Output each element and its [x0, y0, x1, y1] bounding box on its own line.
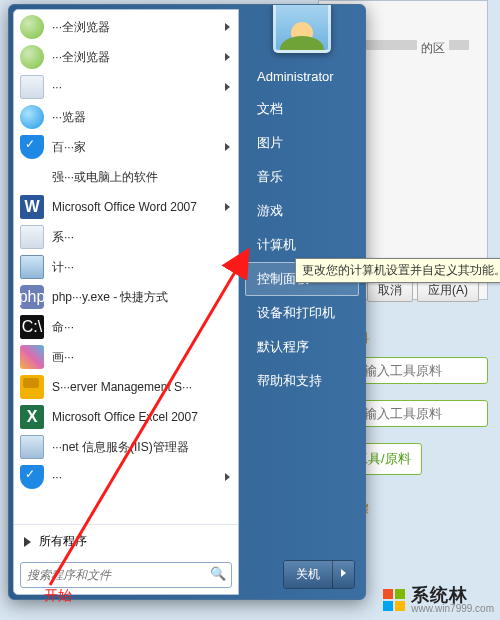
- program-label: ···全浏览器: [52, 49, 217, 66]
- program-item[interactable]: ···: [14, 462, 238, 492]
- right-panel-links: Administrator文档图片音乐游戏计算机控制面板设备和打印机默认程序帮助…: [239, 55, 365, 404]
- right-panel-item[interactable]: 帮助和支持: [245, 364, 359, 398]
- program-item[interactable]: 计···: [14, 252, 238, 282]
- program-item[interactable]: ···net 信息服务(IIS)管理器: [14, 432, 238, 462]
- all-programs-label: 所有程序: [39, 533, 87, 550]
- program-list: ···全浏览器···全浏览器······览器百···家强···或电脑上的软件WM…: [14, 10, 238, 524]
- green-icon: [20, 165, 44, 189]
- program-label: 百···家: [52, 139, 217, 156]
- excel-icon: X: [20, 405, 44, 429]
- right-panel-item[interactable]: 默认程序: [245, 330, 359, 364]
- program-label: Microsoft Office Word 2007: [52, 200, 217, 214]
- search-icon: 🔍: [210, 566, 226, 581]
- program-label: ···览器: [52, 109, 230, 126]
- shutdown-options-button[interactable]: [332, 561, 354, 588]
- right-panel-item[interactable]: Administrator: [245, 61, 359, 92]
- search-box: 🔍: [20, 562, 232, 588]
- chevron-right-icon: [225, 473, 230, 481]
- program-item[interactable]: ···览器: [14, 102, 238, 132]
- right-panel-item[interactable]: 音乐: [245, 160, 359, 194]
- ie-icon: [20, 45, 44, 69]
- bg-text-area: 的区: [421, 40, 445, 57]
- program-item[interactable]: ···全浏览器: [14, 42, 238, 72]
- generic-icon: [20, 75, 44, 99]
- calc-icon: [20, 255, 44, 279]
- windows-logo-icon: [383, 589, 405, 611]
- watermark-url: www.win7999.com: [411, 604, 494, 614]
- program-label: Microsoft Office Excel 2007: [52, 410, 230, 424]
- iis-icon: [20, 435, 44, 459]
- generic-icon: [20, 225, 44, 249]
- chevron-right-icon: [225, 53, 230, 61]
- watermark-name: 系统林: [411, 586, 494, 604]
- program-item[interactable]: 画···: [14, 342, 238, 372]
- program-label: 计···: [52, 259, 230, 276]
- cmd-icon: C:\: [20, 315, 44, 339]
- paint-icon: [20, 345, 44, 369]
- program-label: S···erver Management S···: [52, 380, 230, 394]
- program-item[interactable]: XMicrosoft Office Excel 2007: [14, 402, 238, 432]
- chevron-right-icon: [225, 83, 230, 91]
- program-label: 命···: [52, 319, 230, 336]
- program-item[interactable]: C:\命···: [14, 312, 238, 342]
- ie-icon: [20, 15, 44, 39]
- program-label: php···y.exe - 快捷方式: [52, 289, 230, 306]
- right-panel-item[interactable]: 图片: [245, 126, 359, 160]
- right-panel-item[interactable]: 游戏: [245, 194, 359, 228]
- program-label: ···net 信息服务(IIS)管理器: [52, 439, 230, 456]
- program-label: 强···或电脑上的软件: [52, 169, 230, 186]
- program-label: ···: [52, 470, 217, 484]
- word-icon: W: [20, 195, 44, 219]
- program-item[interactable]: phpphp···y.exe - 快捷方式: [14, 282, 238, 312]
- ssms-icon: [20, 375, 44, 399]
- chevron-right-icon: [24, 537, 31, 547]
- program-item[interactable]: S···erver Management S···: [14, 372, 238, 402]
- control-panel-tooltip: 更改您的计算机设置并自定义其功能。: [295, 258, 500, 283]
- shutdown-button-group: 关机: [283, 560, 355, 589]
- chevron-right-icon: [341, 569, 346, 577]
- program-label: ···全浏览器: [52, 19, 217, 36]
- program-item[interactable]: WMicrosoft Office Word 2007: [14, 192, 238, 222]
- all-programs-button[interactable]: 所有程序: [14, 524, 238, 558]
- right-panel-item[interactable]: 设备和打印机: [245, 296, 359, 330]
- user-avatar[interactable]: [273, 4, 331, 53]
- shield-icon: [20, 135, 44, 159]
- start-menu-left-panel: ···全浏览器···全浏览器······览器百···家强···或电脑上的软件WM…: [13, 9, 239, 595]
- php-icon: php: [20, 285, 44, 309]
- right-panel-item[interactable]: 计算机: [245, 228, 359, 262]
- program-item[interactable]: 系···: [14, 222, 238, 252]
- program-item[interactable]: ···全浏览器: [14, 12, 238, 42]
- shutdown-button[interactable]: 关机: [284, 561, 332, 588]
- program-label: ···: [52, 80, 217, 94]
- chevron-right-icon: [225, 23, 230, 31]
- program-item[interactable]: 百···家: [14, 132, 238, 162]
- program-label: 画···: [52, 349, 230, 366]
- program-item[interactable]: ···: [14, 72, 238, 102]
- chevron-right-icon: [225, 203, 230, 211]
- program-item[interactable]: 强···或电脑上的软件: [14, 162, 238, 192]
- start-menu: ···全浏览器···全浏览器······览器百···家强···或电脑上的软件WM…: [8, 4, 366, 600]
- start-menu-right-panel: Administrator文档图片音乐游戏计算机控制面板设备和打印机默认程序帮助…: [239, 5, 365, 599]
- 360-icon: [20, 105, 44, 129]
- watermark: 系统林 www.win7999.com: [383, 586, 494, 614]
- chevron-right-icon: [225, 143, 230, 151]
- search-input[interactable]: [20, 562, 232, 588]
- right-panel-item[interactable]: 文档: [245, 92, 359, 126]
- shield-icon: [20, 465, 44, 489]
- program-label: 系···: [52, 229, 230, 246]
